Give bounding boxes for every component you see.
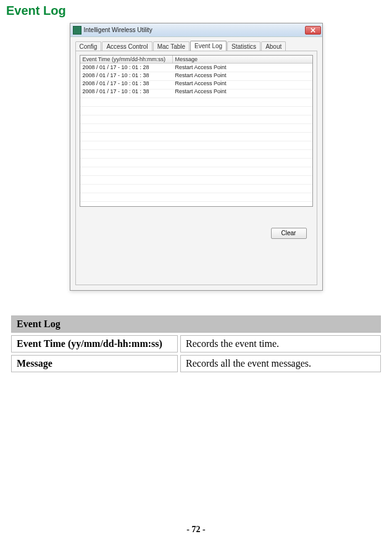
- desc-value: Records all the event messages.: [180, 355, 381, 372]
- tab-event-log[interactable]: Event Log: [190, 41, 227, 51]
- desc-value: Records the event time.: [180, 335, 381, 352]
- cell-time: 2008 / 01 / 17 - 10 : 01 : 28: [80, 64, 173, 72]
- table-row[interactable]: 2008 / 01 / 17 - 10 : 01 : 28Restart Acc…: [80, 64, 312, 72]
- titlebar: Intelligent Wireless Utility: [70, 23, 322, 37]
- tabs: ConfigAccess ControlMac TableEvent LogSt…: [70, 37, 322, 51]
- desc-key: Event Time (yy/mm/dd-hh:mm:ss): [11, 335, 178, 352]
- column-header-message[interactable]: Message: [173, 56, 305, 63]
- cell-message: Restart Access Point: [173, 80, 312, 88]
- tab-about[interactable]: About: [261, 41, 286, 51]
- close-button[interactable]: [305, 26, 321, 35]
- event-listview[interactable]: Event Time (yy/mm/dd-hh:mm:ss) Message 2…: [80, 55, 313, 207]
- tab-mac-table[interactable]: Mac Table: [153, 41, 190, 51]
- window-title: Intelligent Wireless Utility: [84, 27, 305, 33]
- cell-time: 2008 / 01 / 17 - 10 : 01 : 38: [80, 88, 173, 96]
- app-icon: [73, 26, 81, 35]
- tab-access-control[interactable]: Access Control: [102, 41, 152, 51]
- scroll-padding: [305, 56, 312, 63]
- column-header-time[interactable]: Event Time (yy/mm/dd-hh:mm:ss): [80, 56, 173, 63]
- close-icon: [311, 28, 315, 33]
- utility-dialog: Intelligent Wireless Utility ConfigAcces…: [70, 23, 323, 291]
- listview-body: 2008 / 01 / 17 - 10 : 01 : 28Restart Acc…: [80, 64, 312, 206]
- page-number: - 72 -: [0, 525, 392, 535]
- listview-header: Event Time (yy/mm/dd-hh:mm:ss) Message: [80, 56, 312, 64]
- desc-key: Message: [11, 355, 178, 372]
- cell-time: 2008 / 01 / 17 - 10 : 01 : 38: [80, 72, 173, 80]
- table-row[interactable]: 2008 / 01 / 17 - 10 : 01 : 38Restart Acc…: [80, 80, 312, 88]
- cell-message: Restart Access Point: [173, 88, 312, 96]
- description-header: Event Log: [11, 315, 381, 333]
- tab-panel-event-log: Event Time (yy/mm/dd-hh:mm:ss) Message 2…: [75, 51, 317, 285]
- table-row[interactable]: 2008 / 01 / 17 - 10 : 01 : 38Restart Acc…: [80, 72, 312, 80]
- description-table: Event Log Event Time (yy/mm/dd-hh:mm:ss)…: [9, 313, 383, 375]
- cell-time: 2008 / 01 / 17 - 10 : 01 : 38: [80, 80, 173, 88]
- tab-config[interactable]: Config: [75, 41, 102, 51]
- section-title: Event Log: [6, 4, 386, 18]
- tab-statistics[interactable]: Statistics: [227, 41, 261, 51]
- clear-button[interactable]: Clear: [271, 228, 307, 239]
- cell-message: Restart Access Point: [173, 64, 312, 72]
- cell-message: Restart Access Point: [173, 72, 312, 80]
- table-row[interactable]: 2008 / 01 / 17 - 10 : 01 : 38Restart Acc…: [80, 88, 312, 96]
